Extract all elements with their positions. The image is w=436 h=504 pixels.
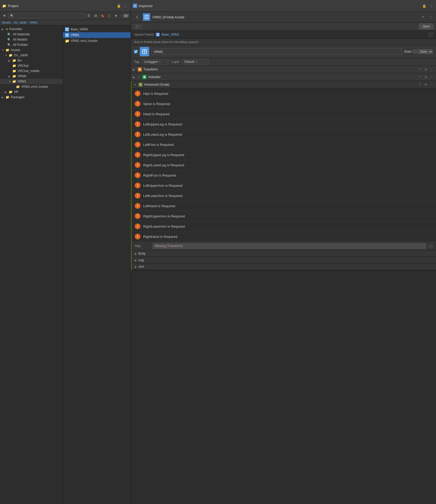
add-button[interactable]: +	[2, 13, 7, 19]
file-item-vrm1-assets[interactable]: 📁 VRM1.vrm1.Assets	[63, 38, 131, 44]
svg-rect-14	[139, 84, 142, 86]
project-tab-title: Project	[8, 4, 18, 8]
tree-item-vrm0[interactable]: ▶ 📁 VRM0	[0, 74, 63, 79]
error-icon-11: !	[135, 203, 141, 209]
error-message-7: ! RightLowerLeg is Required	[132, 160, 436, 170]
help-icon[interactable]: ?	[420, 14, 426, 20]
file-item-vrm1[interactable]: VRM1	[63, 32, 131, 38]
body-section[interactable]: ▶ Body	[132, 250, 436, 257]
badge-count: 28	[123, 14, 129, 18]
animator-icon	[142, 75, 147, 79]
error-message-12: ! RightUpperArm is Required	[132, 211, 436, 221]
humanoid-help-btn[interactable]: ?	[418, 82, 422, 87]
static-dropdown[interactable]: Static	[418, 49, 433, 54]
animator-name: Animator	[148, 75, 416, 79]
animator-checkbox-area: ✓	[138, 75, 140, 79]
animator-help-btn[interactable]: ?	[418, 75, 422, 79]
error-text-4: LeftLowerLeg is Required	[143, 133, 182, 136]
tree-item-all-prefabs[interactable]: 🔍 All Prefabs	[0, 42, 63, 47]
animator-settings-btn[interactable]: ⚙	[423, 75, 428, 79]
error-text-5: LeftFoot is Required	[143, 143, 174, 147]
transform-help-btn[interactable]: ?	[418, 67, 422, 72]
inspector-lock-icon[interactable]: 🔒	[421, 3, 427, 9]
inspector-more-icon[interactable]: ⋮	[428, 3, 434, 9]
search-small-icon2: 🔍	[7, 38, 11, 41]
error-icon-6: !	[135, 152, 141, 158]
tag-dropdown-arrow: ▼	[159, 61, 161, 63]
transform-more-btn[interactable]: ⋮	[429, 67, 434, 72]
fbx-folder-icon: 📁	[12, 59, 16, 62]
breadcrumb-vrm1[interactable]: VRM1	[30, 21, 38, 24]
search-input[interactable]	[15, 14, 83, 17]
search-icon: 🔍	[10, 14, 14, 18]
open-button[interactable]: Open	[419, 24, 433, 29]
tree-item-favorites[interactable]: ▶ ★ Favorites	[0, 26, 63, 32]
file-item-base-vrm1[interactable]: Base_VRM1	[63, 26, 131, 32]
variant-parent-value[interactable]: Base_VRM1	[162, 33, 179, 36]
grid-view-icon[interactable]: ⊞	[93, 13, 99, 19]
breadcrumb-sv-jobw[interactable]: SV_JobW	[14, 21, 27, 24]
humanoid-component-header[interactable]: ▼ Humanoid (Script) ? ⚙ ⋮	[132, 81, 436, 89]
humanoid-settings-btn[interactable]: ⚙	[423, 82, 428, 87]
alert-icon[interactable]: ⚠	[107, 13, 112, 19]
vrm0-label: VRM0	[18, 74, 26, 78]
tree-item-vrm1[interactable]: ▼ 📁 VRM1	[0, 79, 63, 84]
error-text-1: Spine is Required	[143, 102, 170, 106]
animator-more-btn[interactable]: ⋮	[429, 75, 434, 79]
list-dropdown-arrow: ▼	[138, 25, 141, 28]
transform-component-header[interactable]: ▶ Transform ? ⚙ ⋮	[131, 66, 436, 73]
layer-dropdown[interactable]: Default ▼	[182, 59, 209, 64]
prefab-back-icon[interactable]	[133, 13, 141, 21]
layer-value: Default	[184, 60, 194, 64]
transform-settings-btn[interactable]: ⚙	[423, 67, 428, 72]
error-text-3: LeftUpperLeg is Required	[143, 122, 182, 126]
layer-label: Layer	[171, 60, 179, 64]
breadcrumb-assets[interactable]: Assets	[2, 21, 11, 24]
leg-section[interactable]: ▶ Leg	[132, 257, 436, 264]
error-icon-10: !	[135, 193, 141, 199]
tree-item-packages[interactable]: ▶ 📁 Packages	[0, 95, 63, 100]
more-options-icon[interactable]: ⋮	[123, 3, 128, 9]
filter-icon[interactable]: 🔖	[100, 13, 105, 19]
tree-item-vrm1-assets[interactable]: ▶ 📁 VRM1.vrm1.Assets	[0, 84, 63, 89]
error-message-0: ! Hips is Required	[132, 89, 436, 99]
object-prefab-icon	[143, 13, 150, 21]
animator-check-icon: ✓	[138, 75, 140, 79]
lock-icon[interactable]: 🔒	[116, 3, 122, 9]
hips-select-btn[interactable]: ⊙	[428, 244, 433, 248]
error-text-0: Hips is Required	[143, 92, 168, 96]
tag-dropdown[interactable]: Untagged ▼	[142, 59, 168, 64]
list-toggle-btn[interactable]: ☰ ▼	[133, 24, 143, 29]
arm-section[interactable]: ▶ Arm	[132, 264, 436, 270]
tree-item-sv-jobw[interactable]: ▼ 📁 SV_JobW	[0, 53, 63, 58]
error-message-13: ! RightLowerArm is Required	[132, 221, 436, 232]
tree-item-fbx[interactable]: ▶ 📁 fbx	[0, 58, 63, 63]
search-small-icon: 🔍	[7, 33, 11, 36]
list-view-icon[interactable]: ☰	[86, 13, 92, 19]
object-active-checkbox[interactable]	[134, 50, 138, 53]
error-message-14: ! RightHand is Required	[132, 232, 436, 242]
body-label: Body	[138, 252, 146, 255]
sv-jobw-label: SV_JobW	[14, 53, 28, 57]
animator-component-header[interactable]: ▶ ✓ Animator ? ⚙ ⋮	[131, 73, 436, 81]
humanoid-name: Humanoid (Script)	[144, 83, 416, 86]
humanoid-more-btn[interactable]: ⋮	[429, 82, 434, 87]
tree-item-all-models[interactable]: 🔍 All Models	[0, 37, 63, 42]
prefab-asset-name: VRM1 (Prefab Asset)	[152, 15, 418, 19]
inspector-tab-title: Inspector	[139, 4, 153, 8]
object-name-field[interactable]	[151, 48, 402, 55]
tree-item-all-materials[interactable]: 🔍 All Materials	[0, 32, 63, 37]
tree-item-vrchat[interactable]: ▶ 📁 VRChat	[0, 63, 63, 68]
arm-label: Arm	[138, 265, 144, 269]
vrchat-label: VRChat	[18, 64, 29, 68]
animator-expand-arrow: ▶	[133, 76, 136, 79]
leg-label: Leg	[138, 258, 144, 262]
tree-item-assets[interactable]: ▼ 📁 Assets	[0, 47, 63, 53]
tree-item-vrchat-mobile[interactable]: ▶ 📁 VRChat_mobile	[0, 68, 63, 74]
tree-item-xr[interactable]: ▶ 📁 XR	[0, 89, 63, 95]
error-text-13: RightLowerArm is Required	[143, 224, 185, 228]
static-checkbox[interactable]	[413, 50, 417, 53]
variant-circle-btn[interactable]: ⊙	[428, 32, 433, 37]
star-filter-icon[interactable]: ★	[113, 13, 119, 19]
prefab-more-icon[interactable]: ⋮	[428, 14, 433, 20]
